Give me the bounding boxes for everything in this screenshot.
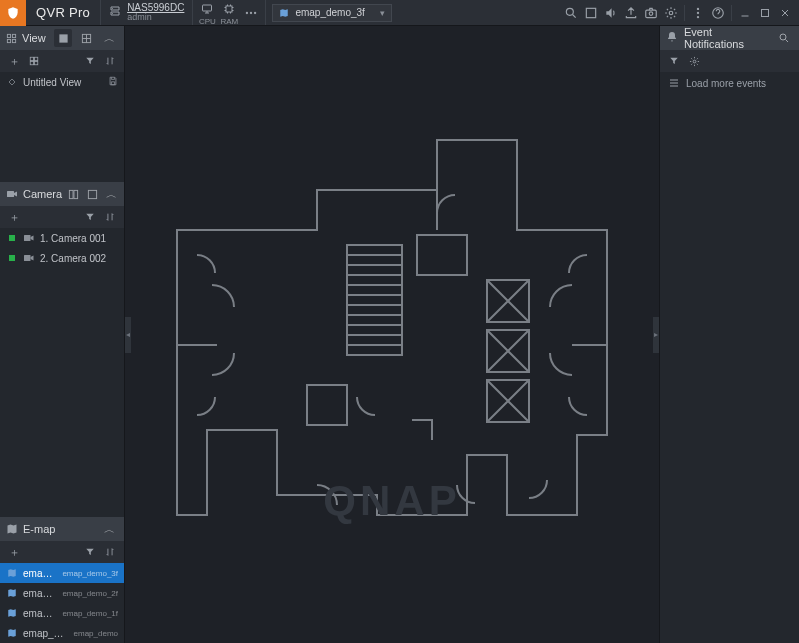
layout-btn-cam2[interactable] [86,185,100,203]
notifications-header[interactable]: Event Notifications [660,26,799,50]
filter-icon[interactable] [666,53,682,69]
camera-item[interactable]: 2. Camera 002 [0,248,124,268]
search-icon[interactable] [775,29,793,47]
svg-point-6 [254,11,256,13]
emap-item-label: emap_demo [23,628,69,639]
emap-item-sub: emap_demo_1f [62,609,118,618]
sort-icon[interactable] [102,53,118,69]
layout-btn-cam1[interactable] [67,185,81,203]
emap-tools: ＋ [0,541,124,563]
ram-label: RAM [219,17,239,26]
view-tools: ＋ [0,50,124,72]
add-emap-button[interactable]: ＋ [6,544,22,560]
layout-btn-2[interactable] [77,29,95,47]
workspace: View ︿ ＋ Untitled View [0,26,799,643]
svg-point-10 [649,11,653,14]
list-icon [668,77,680,89]
volume-icon[interactable] [601,3,621,23]
diamond-icon [6,78,18,86]
divider [731,5,732,21]
emap-list: emap_demo_3femap_demo_3femap_demo_2femap… [0,563,124,643]
save-icon[interactable] [108,76,118,88]
svg-rect-21 [59,34,67,42]
filter-icon[interactable] [82,53,98,69]
menu-dots-icon[interactable] [688,3,708,23]
sort-icon[interactable] [102,544,118,560]
grid-small-icon[interactable] [26,53,42,69]
svg-point-11 [669,11,673,15]
add-view-button[interactable]: ＋ [6,53,22,69]
fullscreen-icon[interactable] [581,3,601,23]
sort-icon[interactable] [102,209,118,225]
bell-icon [666,31,678,45]
divider [684,5,685,21]
map-icon [6,628,18,638]
search-icon[interactable] [561,3,581,23]
map-icon [6,588,18,598]
view-item[interactable]: Untitled View [0,72,124,92]
floor-plan: QNAP [157,85,627,585]
section-view: View ︿ ＋ Untitled View [0,26,124,182]
cpu-status[interactable]: CPU [197,0,217,26]
chevron-up-icon[interactable]: ︿ [100,29,118,47]
more-icon[interactable] [241,3,261,23]
filter-icon[interactable] [82,544,98,560]
chevron-down-icon: ▾ [380,8,385,18]
svg-rect-25 [30,61,33,64]
nas-selector[interactable]: NAS5996DC admin [101,2,192,23]
svg-rect-16 [762,9,769,16]
maximize-icon[interactable] [755,3,775,23]
view-header[interactable]: View ︿ [0,26,124,50]
settings-icon[interactable] [661,3,681,23]
collapse-right-icon[interactable]: ▸ [653,317,659,353]
toolbar-right [561,0,799,25]
canvas[interactable]: ◂ ▸ [125,26,659,643]
section-camera: Camera ︿ ＋ 1. Camera 001 [0,182,124,517]
snapshot-icon[interactable] [641,3,661,23]
camera-item[interactable]: 1. Camera 001 [0,228,124,248]
minimize-icon[interactable] [735,3,755,23]
notifications-title: Event Notifications [684,26,769,50]
view-list: Untitled View [0,72,124,182]
emap-item-sub: emap_demo_3f [62,569,118,578]
emap-dropdown[interactable]: emap_demo_3f ▾ [272,4,392,22]
chevron-up-icon[interactable]: ︿ [100,520,118,538]
load-more-button[interactable]: Load more events [660,72,799,94]
help-icon[interactable] [708,3,728,23]
svg-point-12 [697,7,699,9]
camera-item-label: 1. Camera 001 [40,233,118,244]
svg-rect-9 [646,10,657,18]
nas-text: NAS5996DC admin [127,2,184,23]
emap-item-sub: emap_demo [74,629,118,638]
layout-btn-1[interactable] [54,29,72,47]
status-dot-icon [6,235,18,241]
camera-tools: ＋ [0,206,124,228]
export-icon[interactable] [621,3,641,23]
app-title: QVR Pro [26,5,100,20]
emap-header[interactable]: E-map ︿ [0,517,124,541]
ram-status[interactable]: RAM [219,0,239,26]
nas-icon [109,5,121,19]
grid-icon [6,33,17,44]
settings-icon[interactable] [686,53,702,69]
emap-item[interactable]: emap_demoemap_demo [0,623,124,643]
emap-item-label: emap_demo_1f [23,608,57,619]
emap-item[interactable]: emap_demo_2femap_demo_2f [0,583,124,603]
left-sidebar: View ︿ ＋ Untitled View [0,26,125,643]
divider [265,0,266,25]
chevron-up-icon[interactable]: ︿ [104,185,118,203]
filter-icon[interactable] [82,209,98,225]
svg-point-14 [697,15,699,17]
svg-rect-2 [203,5,212,11]
app-logo[interactable] [0,0,26,26]
svg-rect-20 [12,39,15,42]
camera-header[interactable]: Camera ︿ [0,182,124,206]
camera-title: Camera [23,188,62,200]
collapse-left-icon[interactable]: ◂ [125,317,131,353]
close-icon[interactable] [775,3,795,23]
svg-rect-30 [88,190,96,198]
add-camera-button[interactable]: ＋ [6,209,22,225]
emap-item[interactable]: emap_demo_1femap_demo_1f [0,603,124,623]
svg-rect-28 [70,190,74,198]
emap-item[interactable]: emap_demo_3femap_demo_3f [0,563,124,583]
